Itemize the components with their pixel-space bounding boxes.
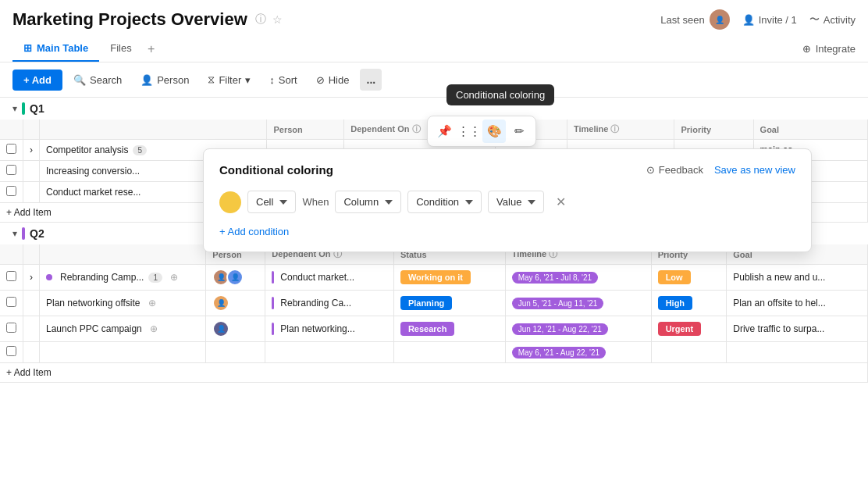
task-name-text: Plan networking offsite [46,298,141,309]
row-checkbox[interactable] [0,140,23,161]
add-item-row: + Add Item [0,363,868,383]
status-cell[interactable]: Working on it [393,265,505,291]
more-button[interactable]: ... [360,69,382,91]
tabs-left: ⊞ Main Table Files + [12,36,160,62]
feedback-button[interactable]: ⊙ Feedback [646,164,703,176]
row-checkbox[interactable] [0,161,23,182]
dep-text: Plan networking... [280,323,354,334]
star-icon[interactable]: ☆ [272,13,283,26]
section-toggle-q2[interactable]: ▾ [12,228,17,239]
timeline-cell: Jun 5, '21 - Aug 11, '21 [505,291,651,316]
checkbox-input[interactable] [6,271,16,281]
checkbox-input[interactable] [6,346,16,356]
row-expand[interactable]: › [23,265,40,291]
remove-condition-button[interactable]: ✕ [550,192,571,212]
checkbox-input[interactable] [6,186,16,196]
pin-icon[interactable]: 📌 [432,120,456,143]
section-toggle-q1[interactable]: ▾ [12,103,17,114]
status-cell [393,342,505,363]
goal-cell: Publish a new and u... [727,265,868,291]
row-expand[interactable]: › [23,140,40,161]
timeline-cell: May 6, '21 - Jul 8, '21 [505,265,651,291]
chevron-down-icon: ▾ [245,74,251,86]
priority-cell[interactable]: High [651,291,727,316]
info-icon[interactable]: ⓘ [255,12,266,27]
add-tab-button[interactable]: + [143,41,160,58]
integrate-icon: ⊕ [802,43,811,55]
checkbox-input[interactable] [6,165,16,175]
add-condition-button[interactable]: + Add condition [219,226,289,237]
search-button[interactable]: 🔍 Search [66,70,130,90]
avatar: 👤 [226,269,244,286]
tab-files[interactable]: Files [99,36,142,62]
col-expand [23,244,40,265]
row-expand[interactable] [23,342,40,363]
person-button[interactable]: 👤 Person [133,70,197,90]
dep-text: Rebranding Ca... [280,298,351,309]
checkbox-input[interactable] [6,323,16,333]
person-cell: 👤 👤 [206,265,265,291]
conditional-color-icon[interactable]: 🎨 [482,120,506,143]
row-expand[interactable] [23,161,40,182]
dependent-cell: Conduct market... [265,265,394,291]
chevron-down-icon [465,200,473,205]
chevron-down-icon [385,200,393,205]
row-checkbox[interactable] [0,342,23,363]
status-cell[interactable]: Planning [393,291,505,316]
color-picker[interactable] [219,191,241,213]
dep-add-icon[interactable]: ⊕ [170,272,178,283]
priority-cell[interactable]: Low [651,265,727,291]
priority-badge: Low [658,270,691,284]
tab-main-table[interactable]: ⊞ Main Table [12,36,99,62]
sort-button[interactable]: ↕ Sort [261,70,304,90]
task-name-text: Competitor analysis [46,144,128,155]
row-expand[interactable] [23,291,40,316]
row-checkbox[interactable] [0,291,23,316]
status-cell[interactable]: Research [393,316,505,342]
row-height-icon[interactable]: ⋮⋮ [457,120,481,143]
condition-dropdown[interactable]: Condition [407,191,482,213]
col-task [40,244,206,265]
hide-button[interactable]: ⊘ Hide [308,70,358,90]
filter-button[interactable]: ⧖ Filter ▾ [200,70,258,90]
checkbox-input[interactable] [6,144,16,154]
row-checkbox[interactable] [0,265,23,291]
invite-button[interactable]: 👤 Invite / 1 [742,14,797,26]
feedback-icon: ⊙ [646,164,655,176]
activity-icon: 〜 [809,12,820,27]
add-button[interactable]: + Add [12,70,62,91]
integrate-button[interactable]: ⊕ Integrate [802,43,856,55]
person-cell [206,342,265,363]
col-task [40,120,267,140]
edit-icon[interactable]: ✏ [507,120,531,143]
dep-bar [272,271,274,284]
column-dropdown[interactable]: Column [335,191,401,213]
cond-rule-row: Cell When Column Condition Value ✕ [219,191,795,213]
row-checkbox[interactable] [0,182,23,203]
col-checkbox [0,120,23,140]
priority-cell[interactable]: Urgent [651,316,727,342]
save-view-button[interactable]: Save as new view [714,164,795,176]
filter-icon: ⧖ [208,73,215,86]
dependent-cell: Plan networking... [265,316,394,342]
dep-add-icon[interactable]: ⊕ [148,298,156,309]
value-dropdown[interactable]: Value [488,191,544,213]
chevron-down-icon [528,200,535,205]
row-expand[interactable] [23,182,40,203]
avatar: 👤 [212,320,229,337]
dependent-cell: Rebranding Ca... [265,291,394,316]
connect-dot [46,274,52,280]
dep-bar [272,297,274,309]
toolbar: + Add 🔍 Search 👤 Person ⧖ Filter ▾ ↕ Sor… [0,62,868,98]
timeline-badge: May 6, '21 - Jul 8, '21 [512,272,598,284]
row-expand[interactable] [23,316,40,342]
dep-add-icon[interactable]: ⊕ [150,323,158,334]
activity-button[interactable]: 〜 Activity [809,12,856,27]
table-row: Plan networking offsite ⊕ 👤 Rebranding C… [0,291,868,316]
q2-bar [22,227,25,240]
cell-dropdown[interactable]: Cell [247,191,296,213]
checkbox-input[interactable] [6,297,16,307]
row-checkbox[interactable] [0,316,23,342]
person-cell: 👤 [206,291,265,316]
add-item-button-q2[interactable]: + Add Item [0,363,868,383]
